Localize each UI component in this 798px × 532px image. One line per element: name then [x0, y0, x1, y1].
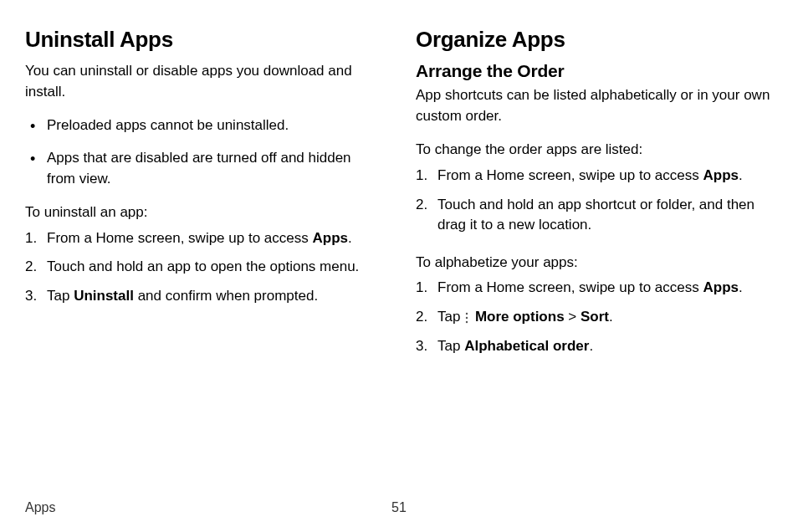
more-options-label: More options — [475, 309, 565, 325]
list-item: Tap Uninstall and confirm when prompted. — [25, 286, 382, 307]
list-item: Tap More options > Sort. — [416, 307, 773, 328]
subheading-arrange-order: Arrange the Order — [416, 61, 773, 81]
list-item: Touch and hold an app shortcut or folder… — [416, 195, 773, 236]
order-steps-list: From a Home screen, swipe up to access A… — [416, 166, 773, 236]
alpha-steps-intro: To alphabetize your apps: — [416, 253, 773, 274]
right-column: Organize Apps Arrange the Order App shor… — [416, 27, 773, 373]
apps-label: Apps — [703, 167, 739, 183]
uninstall-steps-intro: To uninstall an app: — [25, 202, 382, 223]
svg-point-1 — [466, 316, 468, 318]
list-item: Apps that are disabled are turned off an… — [25, 148, 382, 189]
apps-label: Apps — [312, 230, 348, 246]
list-item: From a Home screen, swipe up to access A… — [416, 166, 773, 187]
left-column: Uninstall Apps You can uninstall or disa… — [25, 27, 382, 373]
uninstall-bullet-list: Preloaded apps cannot be uninstalled. Ap… — [25, 115, 382, 189]
page-footer: Apps 51 — [25, 500, 773, 515]
footer-section-label: Apps — [25, 500, 55, 515]
uninstall-steps-list: From a Home screen, swipe up to access A… — [25, 228, 382, 307]
order-steps-intro: To change the order apps are listed: — [416, 140, 773, 161]
list-item: Tap Alphabetical order. — [416, 336, 773, 357]
page-number: 51 — [391, 500, 407, 515]
sort-label: Sort — [581, 309, 609, 325]
content-columns: Uninstall Apps You can uninstall or disa… — [25, 27, 773, 373]
heading-uninstall-apps: Uninstall Apps — [25, 27, 382, 53]
heading-organize-apps: Organize Apps — [416, 27, 773, 53]
uninstall-label: Uninstall — [74, 288, 134, 304]
alphabetical-order-label: Alphabetical order — [464, 338, 589, 354]
list-item: From a Home screen, swipe up to access A… — [416, 278, 773, 299]
list-item: Touch and hold an app to open the option… — [25, 257, 382, 278]
svg-point-2 — [466, 320, 468, 322]
arrange-intro-text: App shortcuts can be listed alphabetical… — [416, 85, 773, 126]
uninstall-intro-text: You can uninstall or disable apps you do… — [25, 61, 382, 102]
more-options-icon — [464, 312, 469, 324]
svg-point-0 — [466, 312, 468, 314]
list-item: Preloaded apps cannot be uninstalled. — [25, 115, 382, 136]
apps-label: Apps — [703, 279, 739, 295]
alpha-steps-list: From a Home screen, swipe up to access A… — [416, 278, 773, 356]
list-item: From a Home screen, swipe up to access A… — [25, 228, 382, 249]
